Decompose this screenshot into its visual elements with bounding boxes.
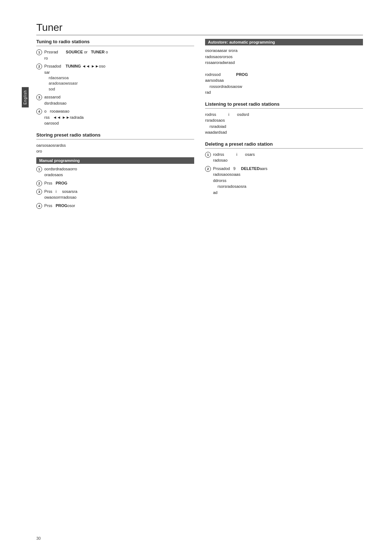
manual-step-4: 4 Prss PROGosor xyxy=(36,203,194,209)
section-tuning: Tuning to radio stations 1 Prssrad SOURC… xyxy=(36,39,194,126)
english-tab: English xyxy=(22,87,29,108)
right-column: Autostore: automatic programming osoraoa… xyxy=(205,39,363,215)
autostore-text1: osoraoaasar srora radosaosrorsos rssaaro… xyxy=(205,48,363,66)
manual-step-content-1: oordsrdradosaorrooradosaos xyxy=(44,166,194,178)
manual-step-num-1: 1 xyxy=(36,166,42,172)
step-num-2: 2 xyxy=(36,64,42,69)
section-autostore: Autostore: automatic programming osoraoa… xyxy=(205,39,363,96)
autostore-text2: rodrssod PROG aarsodsaa rossordradosaosw… xyxy=(205,72,363,96)
step-3: 3 asssaroddsrdradosao xyxy=(36,94,194,106)
delete-step-num-1: 1 xyxy=(205,152,211,158)
page-title: Tuner xyxy=(36,22,363,35)
step-1: 1 Prssrad SOURCE or TUNER o ro xyxy=(36,49,194,61)
storing-plain: oarsosaosrardssoro xyxy=(36,142,194,154)
manual-step-content-3: Prss i sosarsraowaosorrrradosao xyxy=(44,189,194,200)
section-title-tuning: Tuning to radio stations xyxy=(36,39,194,46)
delete-step-num-2: 2 xyxy=(205,166,211,172)
section-title-listening: Listening to preset radio stations xyxy=(205,101,363,109)
manual-step-num-4: 4 xyxy=(36,203,42,209)
manual-step-content-2: Prss PROG xyxy=(44,180,194,186)
section-title-storing: Storing preset radio stations xyxy=(36,132,194,139)
step-content-4: o rooawasao rss ◄◄ ►►radrada oarosod xyxy=(44,108,194,126)
step-text-1b: ro xyxy=(44,56,48,60)
page-number: 30 xyxy=(36,536,41,540)
step-text-2b: sar xyxy=(44,70,50,74)
step-num-4: 4 xyxy=(36,109,42,114)
delete-step-1: 1 rodrss i osars radosao xyxy=(205,151,363,163)
section-title-deleting: Deleting a preset radio station xyxy=(205,141,363,149)
step-text-4b: rss ◄◄ ►►radrada xyxy=(44,115,83,119)
step-content-3: asssaroddsrdradosao xyxy=(44,94,194,106)
section-title-autostore: Autostore: automatic programming xyxy=(205,39,363,45)
content-area: Tuning to radio stations 1 Prssrad SOURC… xyxy=(36,39,363,215)
section-deleting: Deleting a preset radio station 1 rodrss… xyxy=(205,141,363,196)
page: English Tuner Tuning to radio stations 1… xyxy=(0,0,392,555)
step-content-1: Prssrad SOURCE or TUNER o ro xyxy=(44,49,194,61)
step-text-1a: Prssrad SOURCE or TUNER o xyxy=(44,50,108,54)
step-text-2a: Prssadod TUNING ◄◄ ►►oso xyxy=(44,64,105,68)
step-subtext-2: rdaosarsoaaradosaowssasrsod xyxy=(49,75,194,92)
step-2: 2 Prssadod TUNING ◄◄ ►►oso sar rdaosarso… xyxy=(36,63,194,92)
manual-step-2: 2 Prss PROG xyxy=(36,180,194,186)
manual-step-num-2: 2 xyxy=(36,181,42,186)
section-title-manual: Manual programming xyxy=(36,157,194,164)
manual-step-1: 1 oordsrdradosaorrooradosaos xyxy=(36,166,194,178)
listening-text: rodrss i osdsrd rsradosaos rsradoiad waa… xyxy=(205,112,363,135)
step-num-3: 3 xyxy=(36,94,42,100)
delete-step-content-1: rodrss i osars radosao xyxy=(213,151,363,163)
manual-step-content-4: Prss PROGosor xyxy=(44,203,194,209)
step-4: 4 o rooawasao rss ◄◄ ►►radrada oarosod xyxy=(36,108,194,126)
section-listening: Listening to preset radio stations rodrs… xyxy=(205,101,363,135)
step-num-1: 1 xyxy=(36,49,42,55)
step-content-2: Prssadod TUNING ◄◄ ►►oso sar rdaosarsoaa… xyxy=(44,63,194,92)
left-column: Tuning to radio stations 1 Prssrad SOURC… xyxy=(36,39,194,215)
section-storing: Storing preset radio stations oarsosaosr… xyxy=(36,132,194,209)
delete-step-2: 2 Prssadod 9 DELETEDaars radosaoosoaas d… xyxy=(205,166,363,196)
manual-step-num-3: 3 xyxy=(36,189,42,195)
manual-step-3: 3 Prss i sosarsraowaosorrrradosao xyxy=(36,189,194,200)
delete-step-content-2: Prssadod 9 DELETEDaars radosaoosoaas ddr… xyxy=(213,166,363,196)
